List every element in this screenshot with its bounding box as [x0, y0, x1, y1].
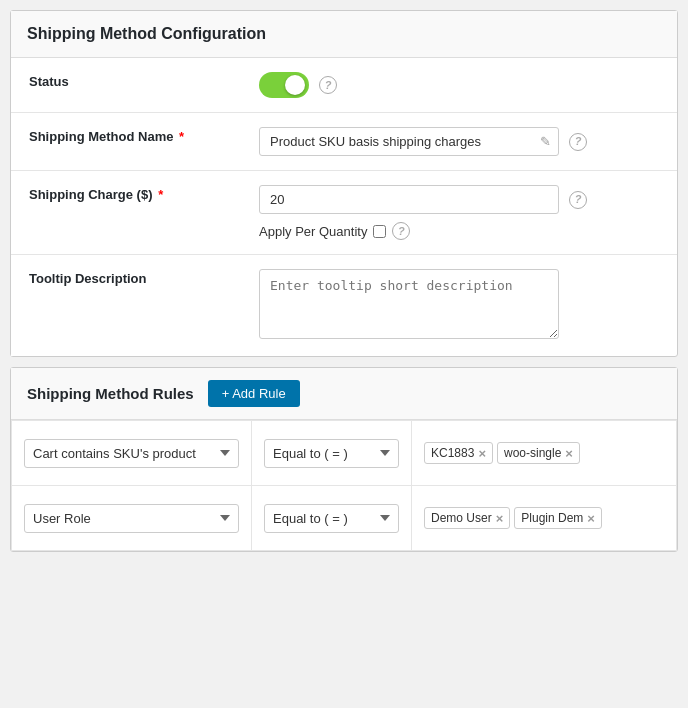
rules-title: Shipping Method Rules [27, 385, 194, 402]
rules-header: Shipping Method Rules + Add Rule [11, 368, 677, 420]
rule-tag-remove-button[interactable]: × [587, 512, 595, 525]
tooltip-label: Tooltip Description [29, 271, 146, 286]
config-panel: Shipping Method Configuration Status ? S [10, 10, 678, 357]
shipping-charge-input[interactable] [259, 185, 559, 214]
rule-tag-remove-button[interactable]: × [496, 512, 504, 525]
shipping-name-help-icon[interactable]: ? [569, 133, 587, 151]
shipping-name-row: Shipping Method Name * ✎ ? [11, 113, 677, 171]
shipping-charge-label: Shipping Charge ($) [29, 187, 153, 202]
config-form-table: Status ? Shipping Method Name * [11, 58, 677, 356]
status-help-icon[interactable]: ? [319, 76, 337, 94]
rule-tag-label: woo-single [504, 446, 561, 460]
shipping-name-required: * [179, 129, 184, 144]
add-rule-button[interactable]: + Add Rule [208, 380, 300, 407]
shipping-name-input-wrapper: ✎ [259, 127, 559, 156]
apply-per-quantity-label: Apply Per Quantity [259, 224, 367, 239]
shipping-name-input-row: ✎ ? [259, 127, 659, 156]
rule-tag-remove-button[interactable]: × [565, 447, 573, 460]
shipping-charge-row: Shipping Charge ($) * ? Apply Per Quanti… [11, 171, 677, 255]
shipping-name-edit-icon: ✎ [540, 134, 551, 149]
status-toggle-wrapper: ? [259, 72, 659, 98]
shipping-charge-help-icon[interactable]: ? [569, 191, 587, 209]
shipping-charge-input-row: ? [259, 185, 659, 214]
config-panel-title: Shipping Method Configuration [27, 25, 661, 43]
rule-tag-remove-button[interactable]: × [478, 447, 486, 460]
rule-row: Cart contains SKU's productEqual to ( = … [12, 421, 677, 486]
status-label: Status [29, 74, 69, 89]
rule-condition-select[interactable]: Cart contains SKU's product [24, 439, 239, 468]
status-row: Status ? [11, 58, 677, 113]
tooltip-textarea[interactable] [259, 269, 559, 339]
rule-tag-label: KC1883 [431, 446, 474, 460]
rule-tags-container: KC1883×woo-single× [424, 435, 664, 471]
rules-section: Shipping Method Rules + Add Rule Cart co… [10, 367, 678, 552]
rule-tags-container: Demo User×Plugin Dem× [424, 500, 664, 536]
rule-operator-select[interactable]: Equal to ( = ) [264, 504, 399, 533]
rule-tag-label: Demo User [431, 511, 492, 525]
rule-condition-select[interactable]: User Role [24, 504, 239, 533]
config-panel-header: Shipping Method Configuration [11, 11, 677, 58]
status-toggle[interactable] [259, 72, 309, 98]
apply-per-quantity-help-icon[interactable]: ? [392, 222, 410, 240]
shipping-name-label: Shipping Method Name [29, 129, 173, 144]
apply-per-quantity-checkbox[interactable] [373, 225, 386, 238]
rule-tag-label: Plugin Dem [521, 511, 583, 525]
rules-table: Cart contains SKU's productEqual to ( = … [11, 420, 677, 551]
rule-operator-select[interactable]: Equal to ( = ) [264, 439, 399, 468]
rule-row: User RoleEqual to ( = )Demo User×Plugin … [12, 486, 677, 551]
shipping-name-input[interactable] [259, 127, 559, 156]
tooltip-row: Tooltip Description [11, 255, 677, 357]
rule-tag: KC1883× [424, 442, 493, 464]
shipping-charge-required: * [158, 187, 163, 202]
apply-per-quantity-row: Apply Per Quantity ? [259, 222, 659, 240]
rule-tag: Demo User× [424, 507, 510, 529]
rule-tag: Plugin Dem× [514, 507, 602, 529]
toggle-slider [259, 72, 309, 98]
rule-tag: woo-single× [497, 442, 580, 464]
